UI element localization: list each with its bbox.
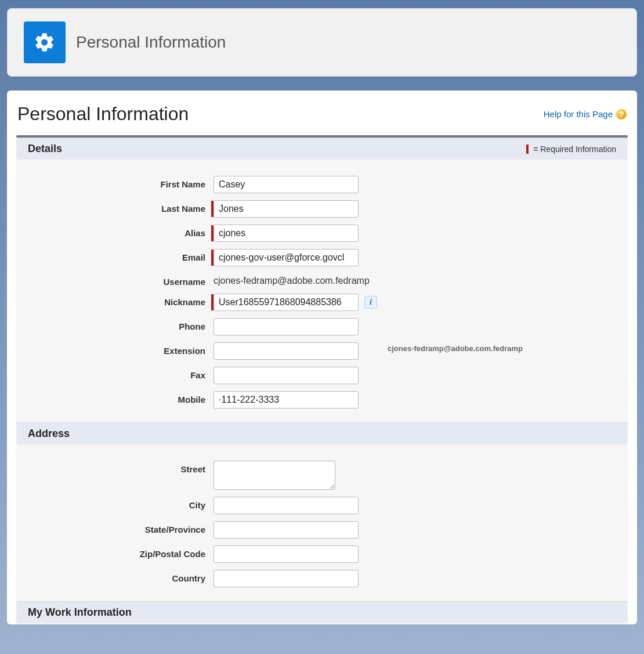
username-value: cjones-fedramp@adobe.com.fedramp — [214, 273, 370, 286]
section-body-work: Company Name — [16, 623, 628, 624]
mobile-input[interactable] — [214, 391, 359, 409]
mobile-label: Mobile — [16, 391, 214, 404]
content-card: Personal Information Help for this Page … — [7, 91, 637, 624]
required-marker-icon — [211, 225, 214, 241]
required-marker-icon — [526, 144, 529, 154]
nickname-input[interactable] — [214, 294, 359, 311]
extension-label: Extension — [16, 342, 214, 356]
required-marker-icon — [211, 250, 214, 266]
required-marker-icon — [211, 294, 214, 310]
required-note-text: = Required Information — [533, 144, 616, 154]
section-title-work: My Work Information — [28, 606, 132, 619]
city-input[interactable] — [214, 497, 359, 514]
scroll-area[interactable]: Personal Information Help for this Page … — [7, 91, 637, 624]
zip-label: Zip/Postal Code — [16, 545, 214, 559]
last-name-input[interactable] — [214, 200, 359, 218]
section-header-details: Details = Required Information — [16, 138, 628, 160]
page-header-card: Personal Information — [7, 8, 637, 77]
required-information-note: = Required Information — [526, 144, 616, 154]
zip-input[interactable] — [214, 545, 359, 563]
help-for-this-page-link[interactable]: Help for this Page ? — [544, 109, 627, 120]
state-input[interactable] — [214, 521, 359, 539]
city-label: City — [16, 497, 214, 510]
section-body-address: Street City State/Province Zip/Postal Co… — [16, 445, 628, 601]
help-icon: ? — [616, 109, 627, 120]
street-textarea[interactable] — [214, 461, 335, 490]
section-header-work: My Work Information — [16, 601, 628, 623]
phone-input[interactable] — [214, 318, 359, 335]
phone-label: Phone — [16, 318, 214, 331]
required-marker-icon — [211, 201, 214, 217]
extension-aside-note: cjones-fedramp@adobe.com.fedramp — [388, 344, 523, 353]
fax-label: Fax — [16, 367, 214, 380]
section-title-details: Details — [28, 143, 62, 155]
country-input[interactable] — [214, 570, 359, 587]
alias-input[interactable] — [214, 225, 359, 242]
nickname-label: Nickname — [16, 294, 214, 307]
section-header-address: Address — [16, 422, 628, 445]
state-label: State/Province — [16, 521, 214, 534]
header-title: Personal Information — [76, 33, 226, 52]
email-input[interactable] — [214, 249, 359, 266]
alias-label: Alias — [16, 225, 214, 238]
help-link-label: Help for this Page — [544, 109, 613, 119]
extension-input[interactable] — [214, 342, 359, 360]
section-body-details: First Name Last Name Alias — [16, 160, 628, 422]
last-name-label: Last Name — [16, 200, 214, 214]
first-name-input[interactable] — [214, 176, 359, 193]
page-title: Personal Information — [17, 103, 189, 125]
first-name-label: First Name — [16, 176, 214, 189]
fax-input[interactable] — [214, 367, 359, 384]
username-label: Username — [16, 273, 214, 287]
country-label: Country — [16, 570, 214, 583]
info-icon[interactable]: i — [364, 296, 377, 309]
gear-icon — [24, 21, 66, 63]
section-title-address: Address — [28, 428, 70, 440]
email-label: Email — [16, 249, 214, 262]
street-label: Street — [16, 461, 214, 474]
